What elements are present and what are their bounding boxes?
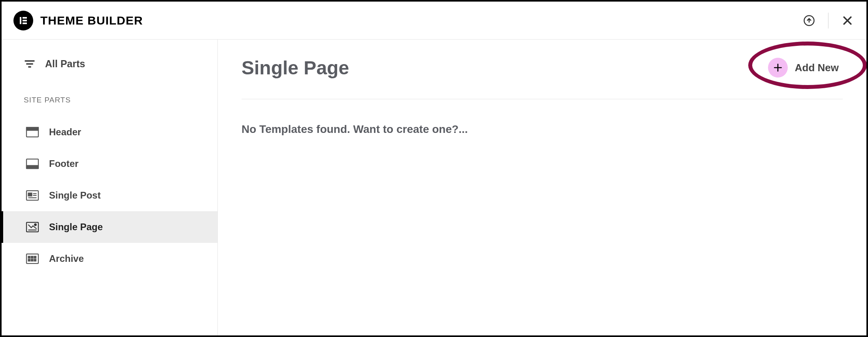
- svg-point-18: [34, 224, 36, 226]
- add-new-wrapper: Add New: [764, 55, 843, 80]
- app-title: THEME BUILDER: [40, 14, 143, 27]
- sidebar-item-header[interactable]: Header: [2, 116, 217, 148]
- elementor-logo-icon[interactable]: [13, 11, 33, 30]
- close-button[interactable]: [840, 13, 855, 28]
- sidebar-item-label: Archive: [49, 253, 84, 264]
- empty-state-message: No Templates found. Want to create one?.…: [242, 99, 843, 136]
- header-icon: [25, 125, 40, 139]
- svg-rect-22: [31, 256, 33, 258]
- svg-rect-1: [23, 17, 27, 19]
- filter-icon: [24, 58, 36, 70]
- sidebar-item-label: Single Page: [49, 222, 103, 233]
- main-content: Single Page Add New No Templates found. …: [218, 40, 866, 335]
- page-title: Single Page: [242, 57, 349, 79]
- sidebar-item-single-post[interactable]: Single Post: [2, 180, 217, 211]
- svg-rect-7: [28, 66, 31, 68]
- single-page-icon: [25, 220, 40, 234]
- footer-icon: [25, 157, 40, 171]
- upload-button[interactable]: [802, 13, 816, 28]
- sidebar-item-label: Single Post: [49, 190, 101, 201]
- site-parts-heading: SITE PARTS: [2, 76, 217, 116]
- all-parts-label: All Parts: [45, 58, 85, 70]
- sidebar-item-single-page[interactable]: Single Page: [2, 211, 217, 243]
- close-icon: [842, 15, 853, 27]
- app-body: All Parts SITE PARTS Header Footer: [2, 40, 866, 335]
- add-new-button[interactable]: Add New: [764, 55, 843, 80]
- svg-rect-23: [34, 256, 36, 258]
- svg-rect-0: [20, 17, 21, 24]
- svg-rect-11: [26, 166, 38, 169]
- svg-rect-3: [23, 23, 27, 24]
- single-post-icon: [25, 188, 40, 203]
- sidebar-item-footer[interactable]: Footer: [2, 148, 217, 180]
- svg-rect-2: [23, 20, 27, 21]
- main-header: Single Page Add New: [242, 55, 843, 99]
- header-right: [802, 13, 855, 28]
- svg-rect-26: [34, 259, 36, 261]
- svg-rect-6: [26, 63, 33, 65]
- plus-circle-icon: [768, 58, 788, 78]
- plus-icon: [773, 62, 783, 73]
- upload-icon: [803, 15, 815, 27]
- sidebar-all-parts[interactable]: All Parts: [2, 51, 217, 76]
- svg-rect-13: [28, 193, 32, 196]
- sidebar-item-label: Header: [49, 127, 81, 138]
- svg-rect-20: [26, 254, 38, 263]
- svg-rect-25: [31, 259, 33, 261]
- header-left: THEME BUILDER: [13, 11, 143, 30]
- app-header: THEME BUILDER: [2, 2, 866, 40]
- archive-icon: [25, 252, 40, 266]
- svg-rect-24: [28, 259, 30, 261]
- sidebar: All Parts SITE PARTS Header Footer: [2, 40, 218, 335]
- svg-rect-5: [25, 60, 35, 62]
- svg-rect-21: [28, 256, 30, 258]
- svg-rect-9: [26, 127, 38, 131]
- add-new-label: Add New: [795, 62, 839, 74]
- sidebar-item-archive[interactable]: Archive: [2, 243, 217, 275]
- elementor-mark-icon: [19, 16, 28, 25]
- sidebar-item-label: Footer: [49, 158, 79, 169]
- header-divider: [828, 13, 828, 28]
